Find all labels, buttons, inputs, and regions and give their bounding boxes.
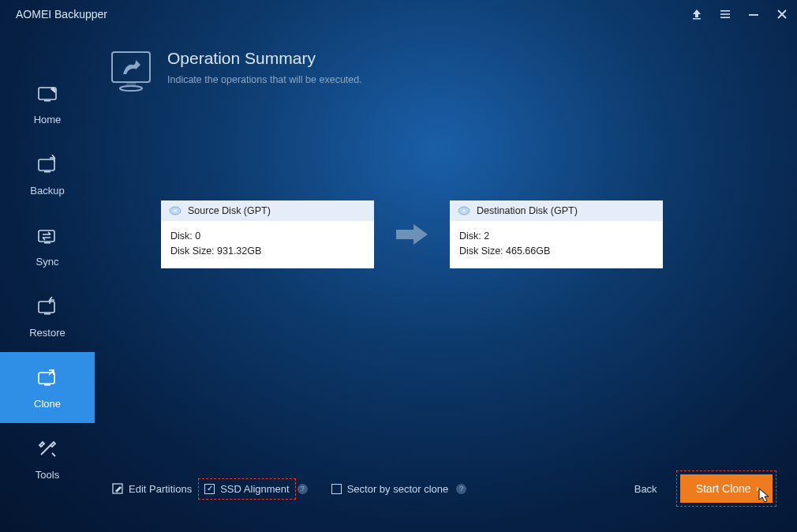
disk-icon [169, 206, 181, 215]
minimize-icon[interactable] [746, 7, 761, 21]
destination-disk-number: Disk: 2 [459, 229, 653, 244]
disk-icon [458, 206, 470, 215]
svg-rect-12 [39, 373, 54, 384]
summary-icon [109, 49, 153, 95]
ssd-alignment-highlight: SSD Alignment [198, 478, 295, 500]
destination-disk-card: Destination Disk (GPT) Disk: 2 Disk Size… [450, 200, 663, 268]
close-icon[interactable] [775, 7, 789, 21]
svg-point-15 [120, 86, 142, 91]
sidebar-item-label: Clone [34, 398, 61, 410]
upgrade-icon[interactable] [690, 7, 704, 21]
backup-icon [36, 153, 59, 177]
svg-rect-10 [39, 302, 54, 313]
ssd-alignment-checkbox[interactable]: SSD Alignment [203, 481, 290, 496]
sidebar-item-clone[interactable]: Clone [0, 352, 95, 423]
clone-icon [36, 366, 59, 390]
edit-partitions-label: Edit Partitions [129, 483, 192, 495]
checkbox-checked-icon [204, 484, 215, 494]
app-body: Home Backup Sync Restore [0, 28, 797, 532]
main-content: Operation Summary Indicate the operation… [95, 28, 797, 532]
back-button[interactable]: Back [634, 483, 657, 495]
svg-rect-7 [44, 171, 51, 173]
sidebar-item-label: Home [34, 114, 62, 126]
app-title: AOMEI Backupper [16, 8, 690, 21]
sidebar-item-label: Restore [29, 327, 65, 339]
help-icon[interactable]: ? [456, 484, 466, 494]
home-icon [36, 82, 59, 106]
svg-rect-3 [749, 14, 758, 16]
sidebar-item-sync[interactable]: Sync [0, 210, 95, 281]
sidebar: Home Backup Sync Restore [0, 28, 95, 532]
titlebar-controls [690, 7, 789, 21]
source-disk-title: Source Disk (GPT) [188, 205, 271, 216]
svg-point-20 [462, 210, 466, 212]
start-clone-button[interactable]: Start Clone ›› [680, 474, 773, 503]
ssd-alignment-label: SSD Alignment [220, 483, 289, 495]
sync-icon [36, 224, 59, 248]
start-clone-label: Start Clone [696, 482, 751, 495]
help-icon[interactable]: ? [297, 484, 308, 494]
source-disk-number: Disk: 0 [170, 229, 365, 244]
tools-icon [36, 437, 59, 461]
start-clone-highlight: Start Clone ›› [676, 470, 776, 507]
restore-icon [36, 295, 59, 319]
svg-rect-5 [44, 100, 51, 102]
app-window: AOMEI Backupper Home [0, 0, 797, 532]
svg-rect-2 [720, 17, 730, 18]
sector-clone-checkbox[interactable]: Sector by sector clone [325, 481, 455, 496]
sector-clone-label: Sector by sector clone [347, 483, 449, 495]
sidebar-item-home[interactable]: Home [0, 68, 95, 139]
menu-icon[interactable] [718, 7, 732, 21]
sidebar-item-tools[interactable]: Tools [0, 423, 95, 494]
svg-rect-13 [44, 384, 51, 386]
titlebar: AOMEI Backupper [0, 0, 797, 28]
checkbox-unchecked-icon [331, 484, 342, 494]
svg-rect-11 [44, 313, 51, 315]
footer: Edit Partitions SSD Alignment ? Sector b… [109, 451, 776, 507]
arrow-icon [393, 222, 431, 247]
source-disk-card: Source Disk (GPT) Disk: 0 Disk Size: 931… [161, 200, 374, 268]
source-disk-header: Source Disk (GPT) [161, 200, 374, 221]
sidebar-item-restore[interactable]: Restore [0, 281, 95, 352]
destination-disk-size: Disk Size: 465.66GB [459, 244, 653, 259]
edit-partitions-button[interactable]: Edit Partitions [106, 481, 198, 496]
sidebar-item-label: Sync [36, 256, 59, 268]
svg-rect-9 [44, 242, 51, 244]
svg-rect-16 [126, 82, 136, 86]
destination-disk-header: Destination Disk (GPT) [450, 200, 663, 221]
page-heading: Operation Summary Indicate the operation… [109, 49, 776, 95]
page-title: Operation Summary [167, 49, 362, 68]
svg-rect-1 [720, 13, 730, 15]
sidebar-item-backup[interactable]: Backup [0, 139, 95, 210]
summary-row: Source Disk (GPT) Disk: 0 Disk Size: 931… [161, 200, 776, 268]
svg-rect-8 [39, 230, 54, 242]
destination-disk-title: Destination Disk (GPT) [477, 205, 578, 216]
svg-rect-0 [720, 10, 730, 12]
sidebar-item-label: Backup [30, 185, 64, 197]
svg-point-18 [174, 210, 177, 212]
chevron-right-icon: ›› [756, 484, 757, 493]
sidebar-item-label: Tools [36, 469, 59, 481]
page-subtitle: Indicate the operations that will be exe… [167, 74, 362, 85]
edit-icon [112, 483, 123, 494]
source-disk-size: Disk Size: 931.32GB [170, 244, 365, 259]
svg-rect-6 [39, 159, 54, 170]
